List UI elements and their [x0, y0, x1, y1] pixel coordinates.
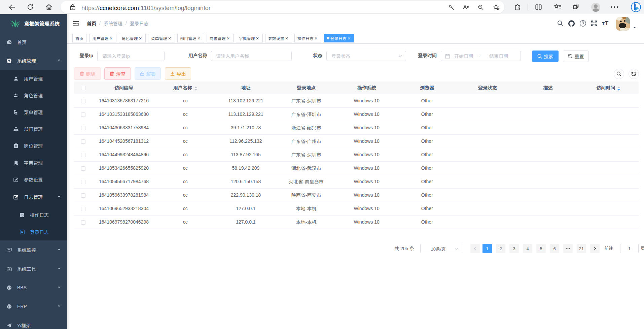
svg-text:T: T [605, 21, 609, 26]
svg-text:T: T [602, 21, 605, 26]
